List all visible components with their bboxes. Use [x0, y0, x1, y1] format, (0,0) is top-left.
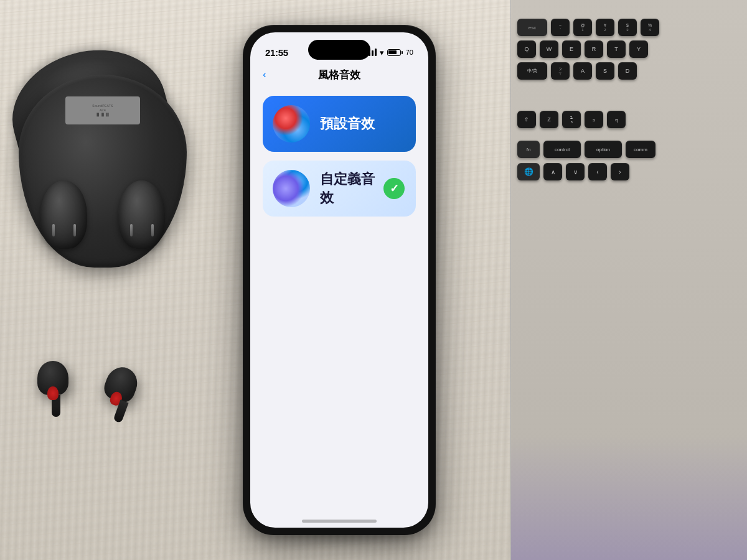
wifi-icon: ▾ — [380, 48, 384, 57]
selected-checkmark: ✓ — [383, 178, 405, 199]
key-w[interactable]: W — [540, 40, 558, 58]
laptop-area: esc ~ ˋ @ 1 # 2 — [510, 0, 747, 560]
key-arrow-up[interactable]: ∧ — [543, 163, 562, 180]
key-z[interactable]: Z — [540, 111, 558, 128]
key-row-cn: 中/英 ㄆ ㄎ A S D — [517, 62, 741, 80]
key-zh-en[interactable]: 中/英 — [517, 62, 547, 80]
key-option[interactable]: option — [585, 141, 622, 158]
back-chevron: ‹ — [263, 68, 266, 81]
key-row-4: ⇧ Z ב כ ב ף — [517, 111, 741, 128]
key-d[interactable]: D — [618, 62, 637, 80]
key-esc[interactable]: esc — [517, 19, 547, 36]
earbuds-case: SoundPEATSAir4▐▌▐▌▐▌ — [19, 75, 187, 268]
key-arrow-right[interactable]: › — [611, 163, 629, 180]
key-row-1: esc ~ ˋ @ 1 # 2 — [517, 19, 741, 36]
key-row-globe: 🌐 ∧ ∨ ‹ › — [517, 163, 741, 180]
key-shift-left[interactable]: ⇧ — [517, 111, 536, 128]
key-t[interactable]: T — [607, 40, 626, 58]
case-label: SoundPEATSAir4▐▌▐▌▐▌ — [65, 96, 140, 124]
phone-screen: 21:55 ▾ 70 ‹ — [250, 32, 428, 528]
nav-back-button[interactable]: ‹ — [263, 68, 266, 81]
preset-icon — [273, 105, 310, 142]
pin — [130, 224, 133, 236]
signal-bar-4 — [375, 49, 377, 56]
charging-pins-right — [130, 224, 154, 236]
case-label-text: SoundPEATSAir4▐▌▐▌▐▌ — [92, 104, 113, 117]
charging-pins-left — [52, 224, 76, 236]
earbud-case-right — [118, 180, 165, 249]
status-time: 21:55 — [265, 47, 288, 58]
key-3[interactable]: $ 3 — [618, 19, 637, 36]
loose-earbud-body-right — [101, 363, 142, 406]
custom-sound-card[interactable]: 自定義音效 ✓ — [263, 161, 416, 217]
laptop-body: esc ~ ˋ @ 1 # 2 — [510, 0, 747, 560]
phone: 21:55 ▾ 70 ‹ — [243, 25, 436, 535]
laptop-ambient-light — [511, 436, 747, 560]
nav-bar: ‹ 風格音效 — [250, 63, 428, 86]
pin — [151, 224, 154, 236]
key-4[interactable]: % 4 — [641, 19, 659, 36]
home-indicator[interactable] — [302, 520, 377, 523]
key-2[interactable]: # 2 — [596, 19, 614, 36]
earbud-case-left — [40, 180, 87, 249]
custom-icon — [273, 170, 310, 207]
battery-tip — [402, 51, 403, 54]
status-icons: ▾ 70 — [365, 48, 413, 57]
key-row-2: Q W E R T Y — [517, 40, 741, 58]
checkmark-icon: ✓ — [390, 182, 399, 195]
battery-body — [387, 49, 401, 56]
key-globe[interactable]: 🌐 — [517, 163, 540, 180]
key-1[interactable]: @ 1 — [573, 19, 592, 36]
signal-bar-3 — [372, 50, 374, 56]
keyboard-grid: esc ~ ˋ @ 1 # 2 — [517, 19, 741, 185]
key-fn[interactable]: fn — [517, 141, 540, 158]
key-pi[interactable]: ㄆ ㄎ — [551, 62, 570, 80]
earbud-loose-left — [37, 361, 75, 411]
pin — [52, 224, 55, 236]
key-a[interactable]: A — [573, 62, 592, 80]
preset-sound-card[interactable]: 預設音效 — [263, 96, 416, 152]
key-r[interactable]: R — [585, 40, 603, 58]
key-v[interactable]: ף — [607, 111, 626, 128]
key-tilde[interactable]: ~ ˋ — [551, 19, 570, 36]
battery-icon — [387, 49, 403, 56]
key-y[interactable]: Y — [629, 40, 648, 58]
key-q[interactable]: Q — [517, 40, 536, 58]
battery-label: 70 — [406, 49, 413, 56]
dynamic-island — [308, 40, 370, 60]
nav-title: 風格音效 — [318, 68, 360, 82]
loose-earbud-body-left — [37, 361, 68, 395]
battery-fill — [388, 50, 397, 54]
key-s[interactable]: S — [596, 62, 614, 80]
sound-options-container: 預設音效 自定義音效 ✓ — [250, 86, 428, 226]
earbud-loose-right — [106, 367, 143, 423]
key-c[interactable]: ב — [585, 111, 603, 128]
key-e[interactable]: E — [562, 40, 581, 58]
case-body: SoundPEATSAir4▐▌▐▌▐▌ — [19, 75, 187, 268]
key-row-5: fn control option comm — [517, 141, 741, 158]
key-command[interactable]: comm — [626, 141, 655, 158]
custom-sound-label: 自定義音效 — [320, 170, 383, 207]
key-arrow-left[interactable]: ‹ — [588, 163, 607, 180]
key-control[interactable]: control — [543, 141, 581, 158]
key-arrow-down[interactable]: ∨ — [566, 163, 585, 180]
key-x[interactable]: ב כ — [562, 111, 581, 128]
preset-sound-label: 預設音效 — [320, 114, 416, 133]
earbud-tip-left — [47, 386, 59, 400]
pin — [73, 224, 76, 236]
